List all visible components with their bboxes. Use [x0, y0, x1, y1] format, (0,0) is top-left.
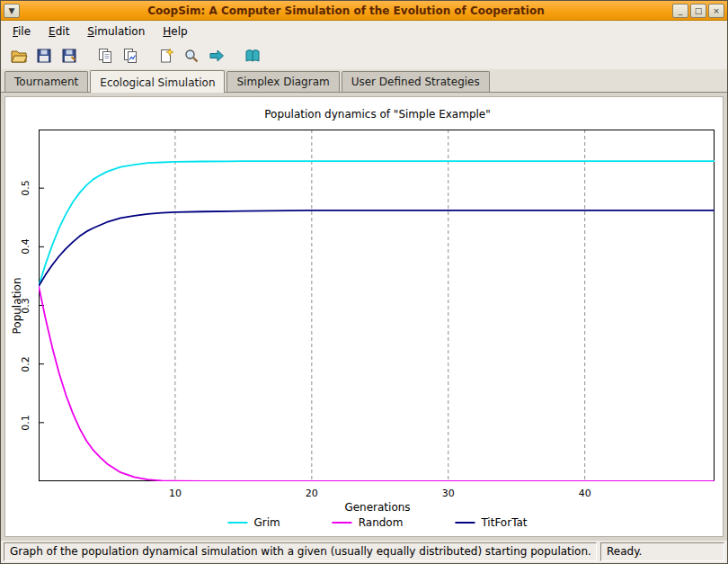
menu-help[interactable]: Help: [155, 22, 195, 40]
window-controls: _ □ ×: [672, 4, 724, 18]
toolbar-separator: [230, 56, 238, 57]
chart-title: Population dynamics of "Simple Example": [264, 108, 491, 121]
y-tick-label: 0.4: [20, 239, 31, 255]
minimize-button[interactable]: _: [672, 4, 688, 18]
titfortat-line-swatch: [455, 522, 475, 524]
menu-file[interactable]: File: [4, 22, 39, 40]
tab-content: Population dynamics of "Simple Example" …: [1, 93, 727, 541]
close-button[interactable]: ×: [708, 4, 724, 18]
menu-edit[interactable]: Edit: [40, 22, 77, 40]
maximize-button[interactable]: □: [690, 4, 706, 18]
plot-area: [39, 130, 715, 481]
statusbar: Graph of the population dynamical simula…: [1, 541, 727, 563]
x-tick-label: 40: [579, 488, 591, 499]
documentation-button[interactable]: [241, 45, 263, 67]
run-arrow-icon: [208, 47, 226, 65]
copy-button[interactable]: [93, 45, 116, 67]
save-as-button[interactable]: [58, 45, 80, 67]
toolbar-separator: [144, 56, 152, 57]
x-tick-label: 10: [169, 488, 182, 499]
run-button[interactable]: [205, 45, 227, 67]
open-folder-icon: [10, 47, 28, 65]
legend-item-random: Random: [333, 516, 404, 529]
tab-ecological-simulation[interactable]: Ecological Simulation: [90, 70, 225, 93]
y-tick-label: 0.5: [20, 180, 31, 196]
chart-legend: Grim Random TitForTat: [227, 516, 527, 529]
copy-graph-icon: [121, 47, 139, 65]
document-star-icon: [157, 47, 175, 65]
magnifier-icon: [182, 47, 200, 65]
toolbar-separator: [83, 56, 91, 57]
tabbar: Tournament Ecological Simulation Simplex…: [1, 69, 727, 93]
y-tick-label: 0.3: [20, 298, 31, 314]
tab-simplex-diagram[interactable]: Simplex Diagram: [226, 71, 339, 92]
grim-line-swatch: [227, 522, 247, 524]
legend-item-grim: Grim: [227, 516, 280, 529]
new-simulation-button[interactable]: [155, 45, 177, 67]
x-axis-label: Generations: [344, 501, 410, 514]
status-message: Graph of the population dynamical simula…: [4, 542, 597, 561]
window-title: CoopSim: A Computer Simulation of the Ev…: [22, 4, 670, 17]
status-state: Ready.: [600, 542, 724, 561]
legend-item-titfortat: TitForTat: [455, 516, 527, 529]
y-tick-label: 0.2: [20, 356, 31, 372]
legend-label: Random: [359, 516, 404, 529]
x-tick-label: 20: [306, 488, 318, 499]
x-tick-label: 30: [442, 488, 455, 499]
save-button[interactable]: [32, 45, 55, 67]
random-line-swatch: [333, 522, 352, 524]
population-dynamics-chart: Population dynamics of "Simple Example" …: [4, 96, 724, 537]
tab-user-defined-strategies[interactable]: User Defined Strategies: [342, 71, 490, 92]
legend-label: Grim: [253, 516, 280, 529]
toolbar: [1, 42, 727, 69]
floppy-icon: [35, 47, 53, 65]
titlebar: ▼ CoopSim: A Computer Simulation of the …: [1, 1, 727, 21]
app-window: ▼ CoopSim: A Computer Simulation of the …: [0, 0, 728, 564]
menubar: File Edit Simulation Help: [1, 21, 727, 42]
inspect-button[interactable]: [180, 45, 202, 67]
open-button[interactable]: [7, 45, 30, 67]
window-menu-button[interactable]: ▼: [4, 4, 20, 18]
book-icon: [244, 47, 262, 65]
y-tick-label: 0.1: [20, 415, 31, 431]
legend-label: TitForTat: [481, 516, 527, 529]
menu-simulation[interactable]: Simulation: [79, 22, 153, 40]
copy-pages-icon: [96, 47, 114, 65]
copy-graph-button[interactable]: [119, 45, 141, 67]
tab-tournament[interactable]: Tournament: [4, 71, 88, 92]
floppy-icon: [60, 47, 78, 65]
